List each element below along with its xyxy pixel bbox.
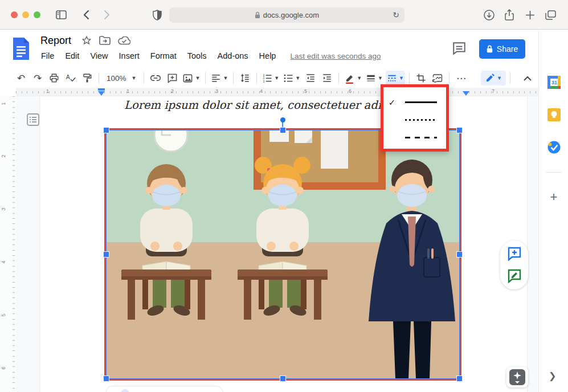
docs-toolbar: ↶ ↷ A 100%▼ ▼ ▼ [14,68,535,88]
ruler-number: 6 [349,88,352,94]
get-addons-button[interactable]: + [547,190,561,204]
border-dash-button[interactable]: ▼ [386,71,405,85]
zoom-select[interactable]: 100%▼ [103,71,140,85]
lock-icon [487,45,493,53]
editing-mode-button[interactable]: ▼ [481,71,506,85]
close-window-button[interactable] [11,11,18,18]
print-button[interactable] [47,71,62,85]
docs-header: Report File Edit View Insert Format Tool… [0,30,538,68]
classroom-image[interactable] [106,130,460,379]
explore-button[interactable] [506,367,528,387]
resize-handle-e[interactable] [457,252,462,257]
open-comments-icon[interactable] [452,41,467,56]
ruler-number: 1 [46,88,49,94]
hide-menus-button[interactable] [520,71,535,85]
resize-handle-n[interactable] [280,128,285,133]
downloads-icon[interactable] [482,8,496,22]
google-tasks-icon[interactable] [547,140,561,154]
rotation-handle[interactable] [280,117,285,122]
resize-handle-s[interactable] [280,376,285,381]
cloud-saved-icon[interactable] [118,36,130,45]
menu-addons[interactable]: Add-ons [218,51,248,60]
ruler-number: 6 [1,366,6,369]
lock-icon [255,11,260,19]
spell-check-button[interactable]: A [63,71,78,85]
back-icon[interactable] [79,8,93,22]
dotted-line-sample [405,119,437,121]
insert-link-button[interactable] [148,71,163,85]
menu-view[interactable]: View [90,51,108,60]
explore-icon [509,369,525,385]
checkmark-icon: ✓ [383,97,401,108]
resize-handle-nw[interactable] [104,128,109,133]
right-indent-marker[interactable] [463,91,469,96]
menu-format[interactable]: Format [150,51,177,60]
svg-text:A: A [66,74,70,80]
share-page-icon[interactable] [502,8,516,22]
redo-button[interactable]: ↷ [30,71,45,85]
bulleted-list-button[interactable]: ▼ [282,71,301,85]
document-title[interactable]: Report [40,35,71,47]
menu-edit[interactable]: Edit [65,51,79,60]
ruler-number: 2 [171,88,174,94]
numbered-list-button[interactable]: 123 ▼ [261,71,280,85]
ruler-number: 5 [304,88,307,94]
sidebar-toggle-icon[interactable] [54,8,68,22]
replace-image-button[interactable] [430,71,445,85]
suggest-edits-icon[interactable] [507,269,522,283]
ruler-number: 5 [1,313,6,316]
tab-overview-icon[interactable] [544,8,557,22]
address-bar[interactable]: docs.google.com ↻ [169,7,404,23]
menu-insert[interactable]: Insert [119,51,140,60]
minimize-window-button[interactable] [22,11,29,18]
partial-card-dot [121,389,129,392]
increase-indent-button[interactable] [320,71,334,85]
last-edit-link[interactable]: Last edit was seconds ago [290,52,381,60]
google-calendar-icon[interactable]: 31 [547,75,561,89]
floating-actions-pill [500,240,528,289]
expand-side-panel-icon[interactable]: ❯ [549,370,556,381]
star-icon[interactable] [81,35,92,46]
left-indent-marker[interactable] [98,91,105,96]
reload-icon[interactable]: ↻ [393,10,399,19]
share-button[interactable]: Share [479,39,525,59]
forward-icon[interactable] [100,8,113,22]
ruler-number: 1 [1,102,6,105]
undo-button[interactable]: ↶ [14,71,28,85]
resize-handle-se[interactable] [457,376,462,381]
ruler-number: 1 [126,88,129,94]
more-tools-button[interactable]: ⋯ [453,71,469,85]
first-line-indent-marker[interactable] [98,88,105,91]
new-tab-icon[interactable] [523,8,537,22]
horizontal-ruler[interactable]: 1 1 2 3 4 5 6 7 [16,88,538,96]
move-folder-icon[interactable] [99,36,111,45]
menu-item-solid-line[interactable]: ✓ [383,93,446,112]
menu-file[interactable]: File [41,51,54,60]
shield-icon[interactable] [150,8,164,22]
resize-handle-ne[interactable] [457,128,462,133]
menu-tools[interactable]: Tools [187,51,207,60]
zoom-value: 100% [107,74,126,83]
line-spacing-button[interactable] [238,71,252,85]
google-docs-icon[interactable] [12,36,30,61]
menu-help[interactable]: Help [259,51,276,60]
border-color-button[interactable]: ▼ [343,71,363,85]
resize-handle-sw[interactable] [104,376,109,381]
fullscreen-window-button[interactable] [34,11,40,18]
show-outline-icon[interactable] [25,112,41,128]
add-comment-button[interactable] [165,71,179,85]
paint-format-button[interactable] [80,71,95,85]
insert-image-button[interactable]: ▼ [181,71,201,85]
crop-image-button[interactable] [414,71,428,85]
add-comment-float-icon[interactable] [507,247,522,261]
vertical-ruler[interactable]: 1 2 3 4 5 6 [0,96,16,392]
align-button[interactable]: ▼ [210,71,229,85]
menu-item-dotted-line[interactable] [383,111,446,129]
resize-handle-w[interactable] [104,252,109,257]
decrease-indent-button[interactable] [303,71,318,85]
ruler-ticks [13,96,15,392]
google-keep-icon[interactable] [547,108,561,121]
border-weight-button[interactable]: ▼ [365,71,384,85]
menu-item-dashed-line[interactable] [383,128,446,147]
browser-chrome: docs.google.com ↻ [0,0,568,30]
